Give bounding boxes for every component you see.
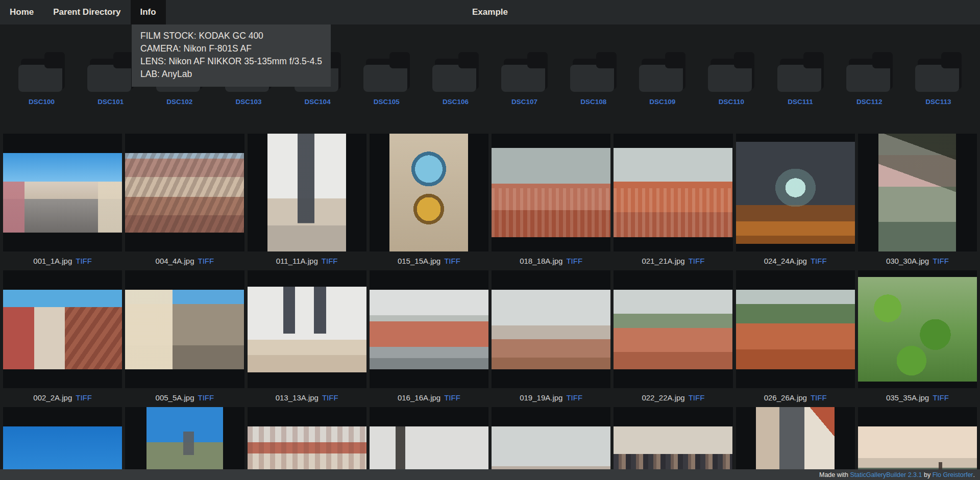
photo-thumbnail[interactable] [267, 134, 346, 251]
folder-icon [501, 52, 548, 92]
folder-icon-front [570, 65, 614, 92]
filename-label: 005_5A.jpg [156, 393, 194, 402]
nav-bar: HomeParent DirectoryInfo Example [0, 0, 980, 24]
tiff-link[interactable]: TIFF [198, 257, 214, 265]
nav-item-info[interactable]: Info [131, 0, 166, 24]
photo-thumbnail[interactable] [3, 153, 122, 233]
filename-label: 021_21A.jpg [642, 257, 684, 265]
folder-label: DSC100 [29, 98, 55, 106]
folder-icon-front [87, 65, 131, 92]
folder-item-dsc111[interactable]: DSC111 [766, 52, 835, 106]
folder-label: DSC103 [235, 98, 261, 106]
photo-caption: 016_16A.jpgTIFF [370, 388, 488, 407]
tiff-link[interactable]: TIFF [76, 393, 92, 402]
folder-label: DSC110 [719, 98, 744, 106]
gallery-item: 026_26A.jpgTIFF [736, 270, 855, 407]
tiff-link[interactable]: TIFF [322, 257, 338, 265]
filename-label: 024_24A.jpg [764, 257, 807, 265]
photo-tile [736, 134, 855, 251]
tiff-link[interactable]: TIFF [566, 393, 582, 402]
folder-item-dsc100[interactable]: DSC100 [7, 52, 76, 106]
gallery-item: 016_16A.jpgTIFF [370, 270, 488, 407]
photo-thumbnail[interactable] [248, 287, 366, 372]
tiff-link[interactable]: TIFF [76, 257, 92, 265]
folder-label: DSC108 [580, 98, 606, 106]
photo-tile [248, 134, 366, 251]
photo-thumbnail[interactable] [389, 134, 468, 251]
folder-item-dsc113[interactable]: DSC113 [904, 52, 973, 106]
folder-icon [87, 52, 134, 92]
nav-item-parent-directory[interactable]: Parent Directory [43, 0, 130, 24]
author-link[interactable]: Flo Greistorfer [933, 471, 973, 478]
tiff-link[interactable]: TIFF [444, 257, 460, 265]
footer-bar: Made with StaticGalleryBuilder 2.3.1 by … [0, 469, 980, 480]
photo-thumbnail[interactable] [492, 148, 610, 237]
gallery-item: 011_11A.jpgTIFF [248, 134, 366, 270]
folder-item-dsc105[interactable]: DSC105 [352, 52, 421, 106]
photo-tile [125, 134, 244, 251]
tiff-link[interactable]: TIFF [933, 393, 949, 402]
folder-item-dsc112[interactable]: DSC112 [835, 52, 904, 106]
photo-thumbnail[interactable] [736, 142, 855, 244]
photo-caption: 002_2A.jpgTIFF [3, 388, 122, 407]
photo-thumbnail[interactable] [614, 290, 732, 369]
photo-caption: 018_18A.jpgTIFF [492, 251, 610, 270]
tiff-link[interactable]: TIFF [811, 393, 827, 402]
photo-thumbnail[interactable] [858, 277, 977, 382]
photo-caption: 004_4A.jpgTIFF [125, 251, 244, 270]
tiff-link[interactable]: TIFF [933, 257, 949, 265]
folder-icon-front [363, 65, 407, 92]
photo-caption: 005_5A.jpgTIFF [125, 388, 244, 407]
folder-item-dsc107[interactable]: DSC107 [490, 52, 559, 106]
folder-icon [18, 52, 65, 92]
tiff-link[interactable]: TIFF [689, 257, 705, 265]
photo-thumbnail[interactable] [736, 290, 855, 369]
builder-link[interactable]: StaticGalleryBuilder 2.3.1 [850, 471, 922, 478]
folder-label: DSC111 [788, 98, 813, 106]
folder-icon-front [432, 65, 476, 92]
folder-icon-front [846, 65, 890, 92]
folder-item-dsc109[interactable]: DSC109 [628, 52, 697, 106]
photo-thumbnail[interactable] [614, 148, 732, 237]
folder-item-dsc110[interactable]: DSC110 [697, 52, 766, 106]
folder-item-dsc108[interactable]: DSC108 [559, 52, 628, 106]
tiff-link[interactable]: TIFF [811, 257, 827, 265]
photo-thumbnail[interactable] [370, 290, 488, 369]
gallery-item: 005_5A.jpgTIFF [125, 270, 244, 407]
filename-label: 001_1A.jpg [33, 257, 72, 265]
photo-caption: 022_22A.jpgTIFF [614, 388, 732, 407]
tooltip-line: LAB: AnyLab [140, 68, 322, 81]
tiff-link[interactable]: TIFF [566, 257, 582, 265]
photo-thumbnail[interactable] [125, 153, 244, 233]
folder-label: DSC104 [305, 98, 331, 106]
tiff-link[interactable]: TIFF [322, 393, 338, 402]
gallery-page: HomeParent DirectoryInfo Example FILM ST… [0, 0, 980, 480]
photo-thumbnail[interactable] [125, 290, 244, 369]
tiff-link[interactable]: TIFF [198, 393, 214, 402]
photo-tile [248, 270, 366, 388]
photo-caption: 030_30A.jpgTIFF [858, 251, 977, 270]
photo-tile [614, 134, 732, 251]
footer-made-with: Made with [819, 471, 850, 478]
photo-thumbnail[interactable] [878, 134, 956, 251]
filename-label: 035_35A.jpg [886, 393, 929, 402]
photo-tile [3, 270, 122, 388]
folder-icon-front [18, 65, 62, 92]
photo-caption: 024_24A.jpgTIFF [736, 251, 855, 270]
photo-tile [736, 270, 855, 388]
tooltip-line: CAMERA: Nikon F-801S AF [140, 42, 322, 55]
tiff-link[interactable]: TIFF [689, 393, 705, 402]
filename-label: 018_18A.jpg [520, 257, 562, 265]
folder-item-dsc106[interactable]: DSC106 [421, 52, 490, 106]
gallery-item: 018_18A.jpgTIFF [492, 134, 610, 270]
photo-thumbnail[interactable] [492, 290, 610, 369]
folder-label: DSC101 [97, 98, 124, 106]
footer-by: by [922, 471, 932, 478]
photo-tile [3, 134, 122, 251]
gallery-item: 019_19A.jpgTIFF [492, 270, 610, 407]
photo-caption: 013_13A.jpgTIFF [248, 388, 366, 407]
tiff-link[interactable]: TIFF [444, 393, 460, 402]
nav-item-home[interactable]: Home [0, 0, 43, 24]
photo-thumbnail[interactable] [3, 290, 122, 369]
gallery-item: 004_4A.jpgTIFF [125, 134, 244, 270]
